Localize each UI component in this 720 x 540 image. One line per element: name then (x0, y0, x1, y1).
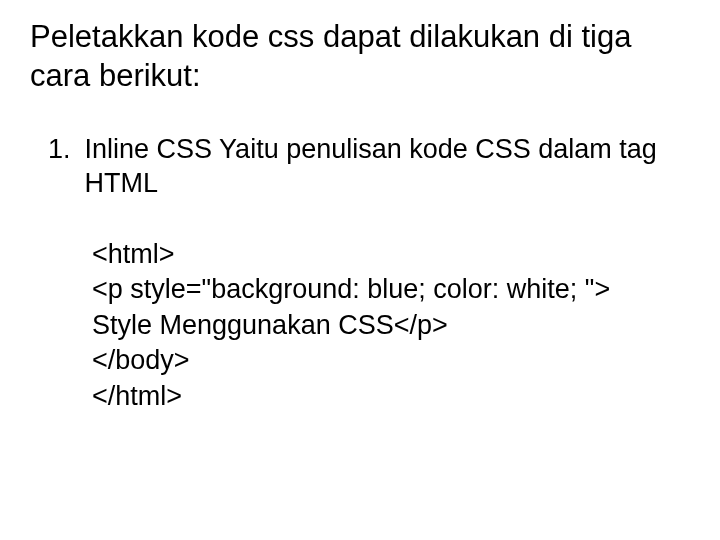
code-block: <html> <p style="background: blue; color… (30, 237, 690, 415)
code-line: <p style="background: blue; color: white… (92, 272, 690, 308)
code-line: </html> (92, 379, 690, 415)
list-number: 1. (48, 132, 71, 201)
page-title: Peletakkan kode css dapat dilakukan di t… (30, 18, 690, 96)
list-text: Inline CSS Yaitu penulisan kode CSS dala… (85, 132, 690, 201)
code-line: </body> (92, 343, 690, 379)
ordered-list: 1. Inline CSS Yaitu penulisan kode CSS d… (30, 132, 690, 201)
list-item: 1. Inline CSS Yaitu penulisan kode CSS d… (48, 132, 690, 201)
code-line: Style Menggunakan CSS</p> (92, 308, 690, 344)
code-line: <html> (92, 237, 690, 273)
